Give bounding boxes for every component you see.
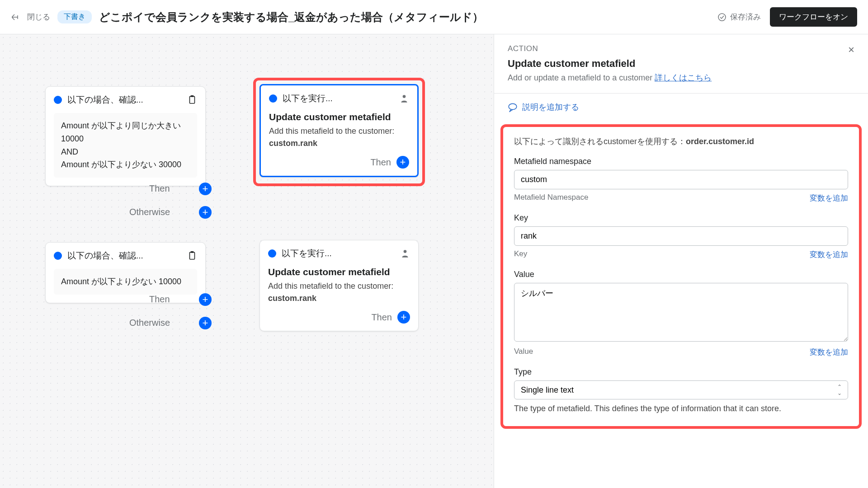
condition-node-1[interactable]: 以下の場合、確認... Amount が以下より同じか大きい 10000 AND…: [45, 86, 206, 186]
svg-rect-8: [190, 252, 195, 259]
then-label: Then: [149, 183, 170, 194]
person-icon: [400, 249, 410, 258]
form-highlight-area: 以下によって識別されるcustomerを使用する：order.customer.…: [500, 124, 862, 429]
condition-text: Amount が以下より同じか大きい 10000 AND Amount が以下よ…: [54, 113, 197, 178]
back-icon[interactable]: [11, 13, 20, 22]
svg-point-0: [718, 14, 726, 21]
node-dot-icon: [269, 94, 277, 103]
type-help: The type of metafield. This defines the …: [514, 404, 848, 413]
node-title: 以下の場合、確認...: [67, 94, 182, 106]
clipboard-icon: [187, 95, 197, 105]
add-step-button[interactable]: +: [397, 311, 410, 324]
then-label: Then: [370, 157, 391, 168]
node-title: 以下を実行...: [282, 248, 395, 259]
add-description-button[interactable]: 説明を追加する: [494, 94, 868, 121]
panel-title: Update customer metafield: [508, 58, 712, 70]
otherwise-label: Otherwise: [129, 207, 170, 217]
svg-marker-2: [41, 251, 45, 256]
condition-text: Amount が以下より少ない 10000: [54, 269, 197, 295]
add-variable-link[interactable]: 変数を追加: [810, 347, 848, 357]
condition-node-2[interactable]: 以下の場合、確認... Amount が以下より少ない 10000: [45, 242, 206, 303]
comment-icon: [508, 102, 518, 112]
action-namespace: custom.rank: [269, 137, 409, 150]
clipboard-icon: [187, 251, 197, 261]
namespace-help: Metafield Namespace: [514, 193, 588, 203]
svg-rect-6: [191, 95, 194, 97]
add-otherwise-button[interactable]: +: [199, 317, 212, 329]
person-icon: [399, 94, 409, 103]
svg-point-7: [403, 95, 406, 98]
draft-badge: 下書き: [57, 10, 92, 23]
svg-rect-5: [190, 96, 195, 103]
node-title: 以下を実行...: [283, 93, 394, 104]
svg-point-11: [509, 103, 517, 109]
details-link[interactable]: 詳しくはこちら: [655, 73, 712, 82]
workflow-canvas[interactable]: 以下の場合、確認... Amount が以下より同じか大きい 10000 AND…: [0, 34, 494, 488]
saved-status: 保存済み: [717, 12, 761, 22]
action-subtitle: Add this metafield to the customer:: [268, 280, 410, 292]
action-subtitle: Add this metafield to the customer:: [269, 125, 409, 137]
namespace-label: Metafield namespace: [514, 157, 848, 166]
panel-section-label: ACTION: [508, 44, 712, 53]
add-then-button[interactable]: +: [199, 293, 212, 306]
action-title: Update customer metafield: [268, 267, 410, 277]
add-step-button[interactable]: +: [396, 156, 409, 169]
svg-rect-9: [191, 251, 194, 253]
action-sidebar: ACTION Update customer metafield Add or …: [494, 34, 868, 488]
then-label: Then: [149, 294, 170, 305]
add-variable-link[interactable]: 変数を追加: [810, 249, 848, 260]
svg-marker-3: [253, 96, 258, 100]
close-label[interactable]: 閉じる: [27, 12, 50, 22]
value-help: Value: [514, 347, 533, 357]
node-title: 以下の場合、確認...: [67, 250, 182, 262]
action-title: Update customer metafield: [269, 112, 409, 122]
turn-on-workflow-button[interactable]: ワークフローをオン: [770, 7, 857, 27]
action-node-1[interactable]: 以下を実行... Update customer metafield Add t…: [259, 84, 419, 177]
key-input[interactable]: [514, 226, 848, 246]
add-variable-link[interactable]: 変数を追加: [810, 193, 848, 203]
otherwise-label: Otherwise: [129, 318, 170, 328]
then-label: Then: [371, 312, 392, 323]
page-title: どこポイで会員ランクを実装する場合_返金があった場合（メタフィールド）: [99, 10, 483, 24]
key-label: Key: [514, 213, 848, 223]
node-dot-icon: [268, 249, 276, 258]
type-label: Type: [514, 367, 848, 377]
svg-marker-4: [253, 251, 258, 255]
checkmark-circle-icon: [717, 13, 726, 22]
close-panel-icon[interactable]: ×: [848, 44, 854, 55]
type-select[interactable]: Single line text: [514, 380, 848, 399]
value-label: Value: [514, 270, 848, 279]
node-dot-icon: [54, 96, 62, 104]
add-then-button[interactable]: +: [199, 183, 212, 195]
value-textarea[interactable]: [514, 283, 848, 342]
action-namespace: custom.rank: [268, 292, 410, 305]
svg-marker-1: [41, 96, 45, 100]
action-node-2[interactable]: 以下を実行... Update customer metafield Add t…: [259, 240, 419, 331]
app-header: 閉じる 下書き どこポイで会員ランクを実装する場合_返金があった場合（メタフィー…: [0, 0, 868, 34]
add-otherwise-button[interactable]: +: [199, 206, 212, 219]
identifier-text: 以下によって識別されるcustomerを使用する：order.customer.…: [514, 136, 848, 147]
saved-text: 保存済み: [730, 12, 761, 22]
namespace-input[interactable]: [514, 170, 848, 189]
svg-point-10: [404, 250, 407, 253]
node-dot-icon: [54, 252, 62, 260]
panel-subtitle: Add or update a metafield to a customer …: [508, 72, 712, 83]
key-help: Key: [514, 249, 527, 260]
